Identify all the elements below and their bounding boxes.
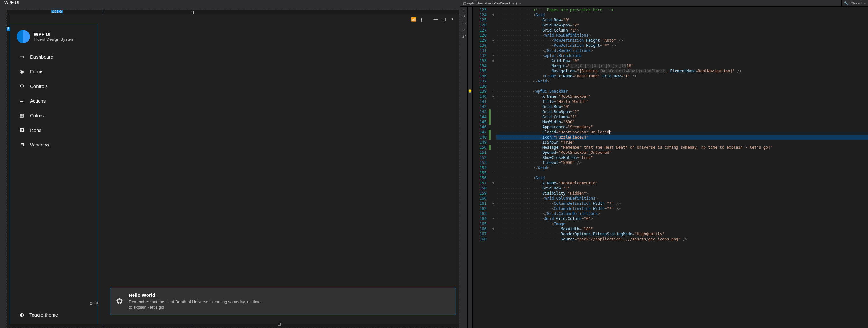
nav-scope[interactable]: ▢ wpfui:Snackbar (RootSnackbar) (460, 1, 519, 5)
gear-icon: ⚙ (19, 83, 25, 89)
wifi-icon: 📶 (411, 17, 416, 22)
nav-scope-label: wpfui:Snackbar (RootSnackbar) (467, 1, 517, 5)
lightbulb-margin[interactable]: 💡 (468, 7, 472, 328)
nav-item-gear[interactable]: ⚙Controls (15, 79, 97, 92)
nav-item-image[interactable]: 🖼Icons (15, 124, 97, 136)
ruler-value-left: 5 (7, 27, 10, 31)
nav-item-label: Actions (30, 98, 45, 103)
desktop-icon: 🖥 (19, 141, 25, 148)
scope-icon: ▢ (463, 1, 466, 5)
theme-icon: ◐ (19, 311, 25, 318)
snackbar-message: Remember that the Heat Death of Universe… (129, 299, 262, 310)
document-tab[interactable]: WPF UI (4, 0, 19, 5)
list-icon: ≣ (19, 97, 25, 104)
side-tool-icon[interactable]: ↕ (463, 8, 465, 12)
nav-item-grid[interactable]: ▦Colors (15, 109, 97, 122)
nav-list: ▭Dashboard◉Forms⚙Controls≣Actions▦Colors… (15, 50, 97, 151)
side-tool-icon[interactable]: ⤢ (462, 28, 465, 32)
nav-item-label: Colors (30, 113, 44, 118)
adorner-measure: 24 (90, 302, 94, 305)
nav-member[interactable]: Closed (842, 1, 864, 5)
brand-logo-icon (17, 30, 30, 43)
brand-subtitle: Fluent Design System (34, 37, 74, 42)
bluetooth-icon: ∦ (421, 17, 423, 22)
brand-block: WPF UI Fluent Design System (15, 27, 97, 48)
code-editor-pane: ▢ wpfui:Snackbar (RootSnackbar) ▾ Closed… (460, 0, 868, 328)
accessibility-icon: ◉ (19, 68, 25, 74)
nav-item-label: Dashboard (30, 54, 53, 60)
resize-handle[interactable] (278, 323, 281, 326)
position-tag: (261,6) (51, 10, 63, 13)
nav-item-desktop[interactable]: 🖥Windows (15, 138, 97, 151)
theme-toggle-label: Toggle theme (29, 312, 58, 318)
member-nav-bar[interactable]: ▢ wpfui:Snackbar (RootSnackbar) ▾ Closed… (460, 0, 868, 7)
preview-content: 24 👁 ✿ Hello World! Remember that the He… (97, 24, 459, 325)
line-number-gutter: 1231241251261271281291301311321331341351… (472, 7, 489, 328)
theme-toggle[interactable]: ◐ Toggle theme (15, 308, 97, 321)
puzzle-icon: ✿ (116, 296, 123, 306)
preview-window: 📶 ∦ — ▢ ✕ WPF UI Fluent Design System (10, 14, 459, 325)
nav-item-label: Windows (30, 142, 50, 147)
nav-item-list[interactable]: ≣Actions (15, 94, 97, 107)
dashboard-icon: ▭ (19, 54, 25, 60)
link-icon: 👁 (95, 302, 99, 305)
image-icon: 🖼 (19, 127, 25, 133)
side-tool-icon[interactable]: ▭ (462, 21, 466, 25)
code-text[interactable]: ················<!-- Pages are presented… (495, 7, 868, 328)
side-tool-icon[interactable]: 🖇 (462, 34, 466, 38)
side-tool-icon[interactable]: ⇄ (462, 14, 465, 19)
minimize-icon[interactable]: — (434, 17, 438, 22)
maximize-icon[interactable]: ▢ (442, 17, 446, 22)
nav-item-dashboard[interactable]: ▭Dashboard (15, 50, 97, 63)
brand-title: WPF UI (34, 32, 74, 37)
preview-titlebar: 📶 ∦ — ▢ ✕ (10, 14, 459, 24)
nav-item-accessibility[interactable]: ◉Forms (15, 65, 97, 78)
nav-item-label: Forms (30, 69, 44, 74)
fold-margin[interactable]: ⊟⊟└⊟└⊟└⊟⊟└⊟ (491, 7, 495, 328)
close-icon[interactable]: ✕ (451, 17, 454, 22)
preview-sidebar: WPF UI Fluent Design System ▭Dashboard◉F… (10, 24, 97, 325)
design-surface[interactable]: (261,6) 11 5 📶 ∦ — ▢ ✕ (6, 9, 460, 328)
snackbar[interactable]: ✿ Hello World! Remember that the Heat De… (110, 288, 456, 315)
code-editor[interactable]: 1231241251261271281291301311321331341351… (472, 7, 868, 328)
xaml-designer-pane[interactable]: WPF UI (261,6) 11 5 📶 ∦ — ▢ ✕ (0, 0, 460, 328)
nav-item-label: Controls (30, 84, 48, 89)
nav-member-label: Closed (851, 1, 862, 5)
editor-side-toolbar[interactable]: ↕⇄▭⤢🖇 (460, 7, 468, 328)
snackbar-title: Hello World! (129, 292, 262, 298)
nav-item-label: Icons (30, 127, 41, 133)
grid-icon: ▦ (19, 112, 25, 119)
